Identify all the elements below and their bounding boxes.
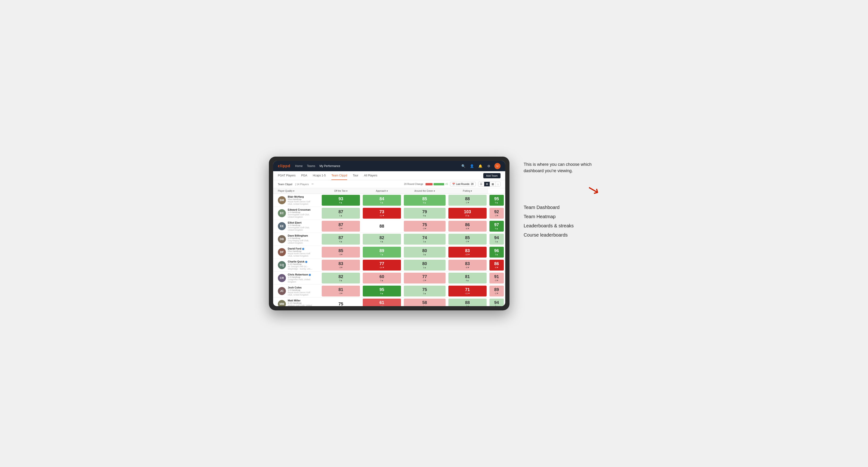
metric-value: 89 — [379, 249, 384, 253]
search-icon[interactable]: 🔍 — [460, 163, 466, 169]
metric-value: 71 — [465, 287, 470, 292]
bell-icon[interactable]: 🔔 — [477, 163, 483, 169]
metric-value: 75 — [422, 287, 427, 292]
metric-value: 88 — [465, 197, 470, 201]
metric-value: 85 — [465, 236, 470, 240]
view-heatmap-button[interactable]: ▦ — [490, 182, 496, 186]
metric-change: -14▼ — [379, 266, 384, 269]
metric-change: 3▲ — [495, 305, 498, 306]
metric-box: 86 -8▼ — [489, 260, 504, 271]
metric-change: -2▼ — [465, 305, 469, 306]
option-team-dashboard[interactable]: Team Dashboard — [524, 205, 599, 210]
metric-value: 94 — [494, 236, 499, 240]
subnav-pgat[interactable]: PGAT Players — [278, 172, 296, 180]
nav-teams[interactable]: Teams — [307, 163, 315, 168]
metric-change: 4▲ — [380, 240, 383, 243]
metric-cell: 88 — [361, 220, 402, 233]
col-header-approach[interactable]: Approach ▾ — [361, 188, 402, 194]
option-course-leaderboards[interactable]: Course leaderboards — [524, 232, 599, 238]
option-leaderboards[interactable]: Leaderboards & streaks — [524, 223, 599, 228]
tooltip-text: This is where you can choose which dashb… — [524, 161, 599, 174]
player-avatar: CR — [278, 274, 286, 282]
table-row[interactable]: BM Blair McHarg Plus Handicap Royal Nort… — [273, 194, 505, 207]
player-handicap: 1-5 Handicap — [288, 211, 316, 214]
metric-value: 77 — [422, 275, 427, 279]
player-club: Sunningdale Golf Club, United Kingdom — [288, 214, 316, 218]
metric-cell: 83 -3▼ — [320, 259, 361, 272]
col-header-player[interactable]: Player Quality ▾ — [273, 188, 320, 194]
metric-change: 1▲ — [423, 266, 426, 269]
subnav-team-clippd[interactable]: Team Clippd — [331, 172, 347, 180]
nav-home[interactable]: Home — [295, 163, 303, 168]
metric-cell: 83 -10▼ — [447, 246, 488, 259]
metric-value: 92 — [494, 210, 499, 214]
col-header-around-green[interactable]: Around the Green ▾ — [402, 188, 447, 194]
col-header-off-tee[interactable]: Off the Tee ▾ — [320, 188, 361, 194]
metric-change: -6▼ — [465, 266, 469, 269]
user-avatar[interactable]: U — [494, 163, 500, 169]
player-handicap: 1-5 Handicap — [288, 237, 316, 239]
player-avatar: MM — [278, 300, 286, 306]
player-name: Josh Coles — [288, 286, 316, 289]
tablet-device: clippd Home Teams My Performance 🔍 👤 🔔 ⚙… — [269, 157, 509, 310]
metric-value: 80 — [422, 261, 427, 266]
metric-change: 3▲ — [339, 279, 342, 282]
data-table-scroll[interactable]: Player Quality ▾ Off the Tee ▾ Approach … — [273, 188, 505, 306]
metric-box: 87 4▲ — [322, 234, 360, 245]
player-avatar: DB — [278, 235, 286, 243]
table-row[interactable]: DF David Ford Plus Handicap Royal North … — [273, 246, 505, 259]
round-change-label: 20 Round Change — [404, 183, 423, 185]
metric-box: 81 4▲ — [448, 273, 487, 283]
subnav-hcaps[interactable]: Hcaps 1-5 — [313, 172, 326, 180]
metric-change: 1▲ — [495, 240, 498, 243]
metric-change: -3▼ — [465, 240, 469, 243]
player-avatar: JC — [278, 287, 286, 295]
metric-cell: 81 -3▼ — [320, 285, 361, 298]
metric-cell: 77 -14▼ — [361, 259, 402, 272]
player-handicap: 1-5 Handicap — [288, 276, 316, 278]
metric-cell: 75 -3▼ — [402, 220, 447, 233]
table-row[interactable]: EE Elliot Ebert 1-5 Handicap Sunningdale… — [273, 220, 505, 233]
view-list-button[interactable]: ☰ — [478, 182, 484, 186]
subnav-pga[interactable]: PGA — [301, 172, 307, 180]
edit-icon[interactable]: ✏ — [312, 183, 314, 186]
view-sort-button[interactable]: ↕ — [496, 182, 500, 186]
metric-cell: 86 -6▼ — [447, 220, 488, 233]
metric-cell: 82 3▲ — [320, 272, 361, 285]
team-name: Team Clippd — [278, 183, 292, 186]
table-row[interactable]: DB Dave Billingham 1-5 Handicap Gog Mago… — [273, 233, 505, 246]
settings-icon[interactable]: ⚙ — [486, 163, 492, 169]
subnav-all-players[interactable]: All Players — [364, 172, 377, 180]
player-info: Chris Robertson 1-5 Handicap Craigmillar… — [288, 273, 316, 283]
calendar-icon: 📅 — [452, 183, 455, 185]
metric-change: 3▲ — [423, 253, 426, 256]
player-avatar: BM — [278, 196, 286, 204]
table-row[interactable]: EC Edward Crossman 1-5 Handicap Sunningd… — [273, 207, 505, 220]
team-header: Team Clippd | 14 Players ✏ 20 Round Chan… — [273, 180, 505, 188]
table-row[interactable]: CR Chris Robertson 1-5 Handicap Craigmil… — [273, 272, 505, 285]
table-row[interactable]: MM Matt Miller 6-10 Handicap Woburn Golf… — [273, 298, 505, 306]
subnav-tour[interactable]: Tour — [353, 172, 358, 180]
metric-value: 77 — [379, 261, 384, 266]
metric-box: 88 -2▼ — [448, 299, 487, 306]
col-header-putting[interactable]: Putting ▾ — [447, 188, 488, 194]
metric-box: 85 -3▼ — [448, 234, 487, 245]
metric-value: 97 — [494, 223, 499, 227]
metric-change: 8▲ — [380, 292, 383, 294]
last-rounds-button[interactable]: 📅 Last Rounds: 20 — [450, 182, 475, 186]
round-change-bar: +5 — [426, 183, 448, 185]
view-toggle: ☰ ⊞ ▦ ↕ — [478, 182, 501, 187]
metric-box: 75 — [322, 299, 360, 306]
metric-value: 103 — [464, 210, 471, 214]
metric-box: 87 -3▼ — [322, 221, 360, 231]
table-row[interactable]: JC Josh Coles 1-5 Handicap Royal North D… — [273, 285, 505, 298]
metric-value: 79 — [422, 210, 427, 214]
player-avatar: EC — [278, 209, 286, 217]
table-row[interactable]: CQ Charlie Quick 6-10 Handicap St. Georg… — [273, 259, 505, 272]
view-grid-button[interactable]: ⊞ — [484, 182, 490, 186]
add-team-button[interactable]: Add Team — [483, 173, 500, 178]
option-team-heatmap[interactable]: Team Heatmap — [524, 214, 599, 219]
person-icon[interactable]: 👤 — [469, 163, 474, 169]
metric-cell: 77 -3▼ — [402, 272, 447, 285]
nav-my-performance[interactable]: My Performance — [319, 163, 340, 168]
